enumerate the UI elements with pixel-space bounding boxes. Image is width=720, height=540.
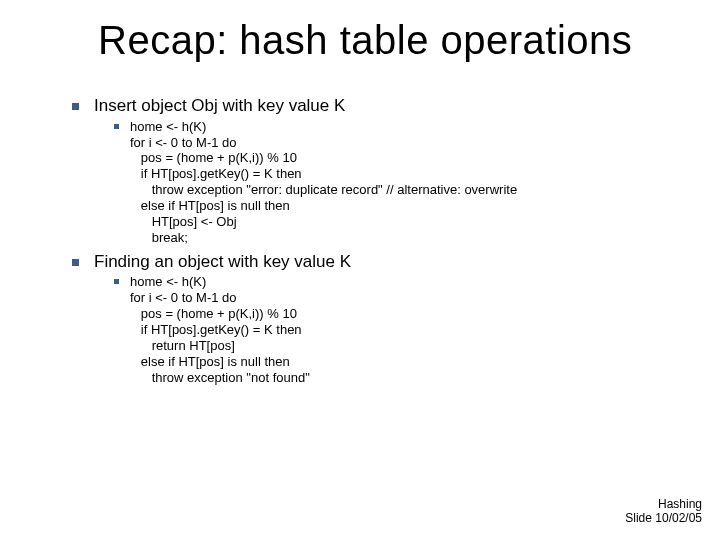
slide-title: Recap: hash table operations [98,18,632,63]
bullet-insert-code: home <- h(K) for i <- 0 to M-1 do pos = … [70,119,690,246]
bullet-find-code: home <- h(K) for i <- 0 to M-1 do pos = … [70,274,690,385]
bullet-find: Finding an object with key value K [70,252,690,273]
bullet-insert-text: Insert object Obj with key value K [94,96,345,115]
code-insert: home <- h(K) for i <- 0 to M-1 do pos = … [130,119,517,245]
footer: Hashing Slide 10/02/05 [625,498,702,526]
slide: Recap: hash table operations Insert obje… [0,0,720,540]
footer-line2: Slide 10/02/05 [625,512,702,526]
code-find: home <- h(K) for i <- 0 to M-1 do pos = … [130,274,310,384]
slide-content: Insert object Obj with key value K home … [70,90,690,385]
bullet-find-text: Finding an object with key value K [94,252,351,271]
footer-line1: Hashing [625,498,702,512]
bullet-insert: Insert object Obj with key value K [70,96,690,117]
